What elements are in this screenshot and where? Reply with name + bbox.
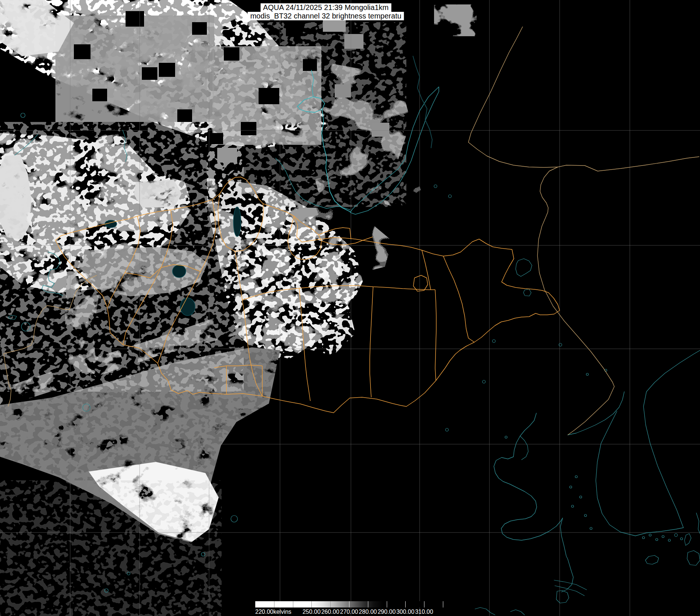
title-block: AQUA 24/11/2025 21:39 Mongolia1km modis_… xyxy=(247,3,404,20)
granule-notch xyxy=(192,22,207,35)
colorbar-tick-label: 300.00 xyxy=(396,609,414,615)
colorbar-tick-label: 280.00 xyxy=(359,609,377,615)
colorbar-tick xyxy=(387,601,387,608)
cloud-ne-patch xyxy=(434,4,477,38)
colorbar-unit-label: 220.00kelvins xyxy=(255,609,291,615)
granule-notch xyxy=(159,63,175,77)
colorbar-tick-label: 310.00 xyxy=(415,609,433,615)
granule-notch xyxy=(259,88,279,104)
colorbar-tick xyxy=(368,601,368,608)
colorbar-tick xyxy=(349,601,349,608)
cloud-sparse-dots-southwest xyxy=(0,480,222,616)
cloud-top-blockmass-west xyxy=(55,16,214,123)
granule-notch xyxy=(344,34,363,49)
lake-khovsgol xyxy=(233,207,241,236)
colorbar-tick xyxy=(293,601,293,608)
colorbar-tick xyxy=(424,601,424,608)
colorbar-tick-label: 290.00 xyxy=(378,609,396,615)
granule-notch xyxy=(142,67,157,80)
granule-notch xyxy=(92,89,107,101)
granule-notch xyxy=(286,21,303,36)
colorbar-tick-label: 250.00 xyxy=(303,609,321,615)
granule-notch xyxy=(177,109,192,122)
granule-notch xyxy=(74,44,91,59)
satellite-map xyxy=(0,0,700,616)
granule-notch xyxy=(207,133,223,144)
colorbar-tick xyxy=(330,601,331,608)
colorbar-tick xyxy=(274,601,274,608)
title-line-2: modis_BT32 channel 32 brightness tempera… xyxy=(247,12,404,20)
granule-notch xyxy=(303,59,317,71)
title-line-1: AQUA 24/11/2025 21:39 Mongolia1km xyxy=(260,3,391,12)
granule-notch xyxy=(372,123,389,137)
granule-notch xyxy=(241,122,256,135)
colorbar-tick-label: 260.00 xyxy=(321,609,339,615)
colorbar-tick xyxy=(405,601,406,608)
granule-notch xyxy=(224,47,239,61)
granule-notch xyxy=(335,84,351,98)
granule-notch xyxy=(126,11,144,27)
lake-khyargas xyxy=(173,265,186,278)
colorbar-tick xyxy=(311,601,312,608)
satellite-map-screen: AQUA 24/11/2025 21:39 Mongolia1km modis_… xyxy=(0,0,700,616)
colorbar-tick xyxy=(443,601,443,608)
granule-notch xyxy=(217,148,237,163)
colorbar-tick-label: 270.00 xyxy=(340,609,358,615)
